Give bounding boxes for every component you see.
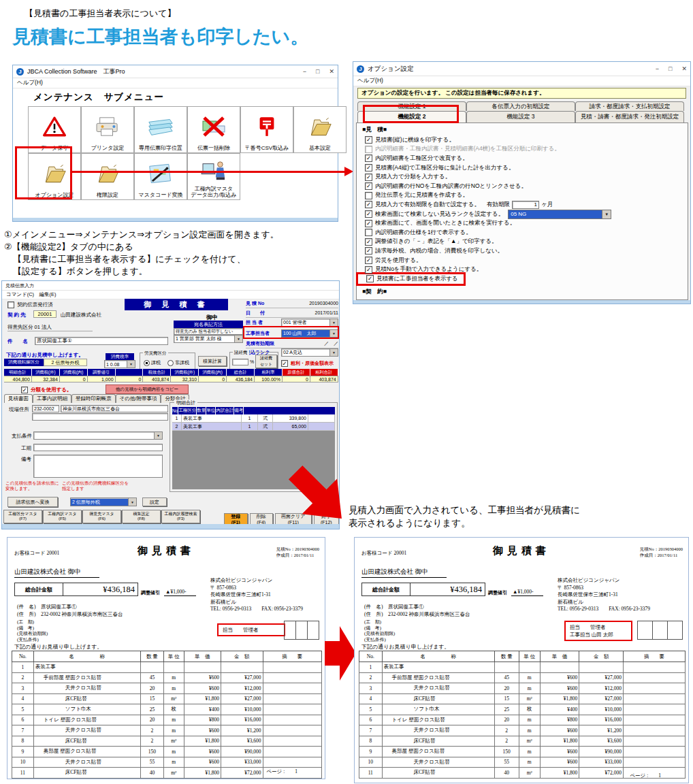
estimate-tab[interactable]: その他/附帯事項 bbox=[116, 394, 161, 403]
function-key-button[interactable]: 工種内訳履歴検索 (F3) bbox=[161, 510, 200, 523]
remarks-field[interactable] bbox=[33, 455, 163, 478]
person-dropdown[interactable]: 001 管理者 ▼ bbox=[281, 318, 338, 327]
maximize-icon[interactable]: □ bbox=[316, 68, 319, 75]
dropdown-arrow-icon[interactable]: ▼ bbox=[329, 349, 338, 356]
action-button[interactable]: 削除(F4) bbox=[250, 513, 274, 525]
options-tab[interactable]: 機能設定 1 bbox=[357, 101, 466, 111]
menu-item[interactable]: プリンタ設定 bbox=[81, 106, 134, 153]
dropdown-arrow-icon[interactable]: ▼ bbox=[127, 361, 135, 368]
detail-row[interactable]: 2 美装工事 1 式 65,000 bbox=[172, 423, 335, 431]
client-code-field[interactable]: 20001 bbox=[33, 310, 57, 318]
options-tab[interactable]: 請求・都度請求・支払初期設定 bbox=[575, 101, 684, 111]
function-key-button[interactable]: 積算設定 (F8) bbox=[122, 510, 161, 523]
minimize-icon[interactable]: − bbox=[656, 65, 659, 72]
checkbox-icon[interactable] bbox=[365, 146, 372, 153]
options-tab[interactable]: 機能設定 3 bbox=[466, 111, 575, 122]
checkbox-icon[interactable]: ✓ bbox=[21, 387, 28, 393]
radio-kazei[interactable]: 課税 bbox=[144, 359, 161, 366]
convert-to-billing-button[interactable]: 請求伝票へ変換 bbox=[7, 497, 58, 507]
period-field[interactable] bbox=[33, 444, 163, 451]
checkbox-icon[interactable]: ✓ bbox=[365, 182, 372, 190]
site-address-field2[interactable] bbox=[32, 413, 168, 421]
menu-item[interactable]: オプション設定 bbox=[28, 153, 81, 200]
row-unit: m bbox=[519, 683, 540, 694]
validity-months-input[interactable]: 1 bbox=[512, 201, 539, 209]
construction-person-dropdown[interactable]: 100 山田 太郎 ▼ bbox=[281, 329, 338, 338]
checkbox-icon[interactable]: ✓ bbox=[365, 164, 372, 172]
close-icon[interactable]: ✕ bbox=[681, 65, 687, 72]
estimate-header-cell: 名 称 bbox=[33, 651, 140, 662]
menu-item[interactable]: 基本設定 bbox=[293, 106, 346, 153]
dropdown-arrow-icon[interactable]: ▼ bbox=[329, 330, 338, 337]
detail-row[interactable]: 1 表装工事 1 式 339,800 bbox=[172, 414, 335, 423]
shokeihi-set-button[interactable]: 諸経費 セット bbox=[255, 355, 277, 368]
tax-shift-dropdown[interactable]: 2 伝票毎外税 ▼ bbox=[70, 497, 137, 506]
dropdown-arrow-icon[interactable]: ▼ bbox=[128, 498, 136, 506]
dropdown-arrow-icon[interactable]: ▼ bbox=[602, 210, 611, 218]
checkbox-icon[interactable]: ✓ bbox=[365, 220, 372, 227]
estimate-tab[interactable]: 見積書面 bbox=[4, 394, 33, 403]
checkbox-icon[interactable]: ✓ bbox=[365, 257, 372, 264]
checkbox-icon[interactable]: ✓ bbox=[365, 238, 372, 246]
dropdown-arrow-icon[interactable]: ▼ bbox=[234, 336, 242, 342]
function-key-button[interactable]: 工種区分マスタ (F7) bbox=[3, 510, 42, 523]
checkbox-icon[interactable]: ✓ bbox=[365, 266, 372, 274]
checkbox-icon[interactable]: ✓ bbox=[365, 136, 372, 144]
payment-terms-dropdown[interactable]: ▼ bbox=[33, 431, 163, 440]
issued-checkbox[interactable]: 契約伝票発行済 bbox=[7, 301, 53, 308]
site-address-field[interactable]: 神奈川県横浜市南区三春台 bbox=[61, 405, 168, 412]
dropdown-arrow-icon[interactable]: ▼ bbox=[154, 432, 162, 439]
tax-rate-dropdown[interactable]: 1 0.08 ▼ bbox=[104, 360, 135, 368]
estimate-tab[interactable]: 登録時印刷帳票 bbox=[71, 394, 116, 403]
checkbox-icon[interactable] bbox=[365, 192, 372, 199]
checkbox-icon[interactable]: ✓ bbox=[365, 247, 372, 255]
function-key-button[interactable]: 工種内訳マスタ (F5) bbox=[43, 510, 82, 523]
checkbox-icon[interactable]: ✓ bbox=[365, 201, 372, 208]
tax-shift-value: 2 伝票毎外税 bbox=[44, 359, 87, 366]
menu-item[interactable]: 専用伝票印字位置 bbox=[134, 106, 187, 153]
estimate-row: 5 ソフト巾木 25 枚 ¥400 ¥10,000 bbox=[359, 704, 686, 715]
prospect-rank-dropdown[interactable]: 02 A見込 ▼ bbox=[281, 348, 338, 357]
menu-item[interactable]: 伝票一括削除 bbox=[187, 106, 240, 153]
menu-item[interactable]: マスタコード変換 bbox=[134, 153, 187, 200]
estimate-titlebar[interactable]: 見積伝票入力 bbox=[2, 281, 339, 291]
arari-checkbox[interactable]: ✓ 粗利・原価金額表示 bbox=[281, 360, 334, 367]
checkbox-icon[interactable]: ✓ bbox=[365, 210, 372, 218]
rank-dropdown[interactable]: 05 NG ▼ bbox=[508, 210, 611, 219]
estimate-tab[interactable]: 工事内訳明細 bbox=[33, 394, 71, 403]
maximize-icon[interactable]: □ bbox=[668, 65, 672, 72]
action-button[interactable]: 登録(F1) bbox=[224, 513, 248, 525]
remarks-label: 備考 bbox=[21, 456, 31, 463]
checkbox-icon[interactable]: ✓ bbox=[365, 154, 372, 162]
options-tab[interactable]: 各伝票入力の初期設定 bbox=[466, 101, 575, 111]
shokeihi-input[interactable] bbox=[232, 359, 248, 365]
dropdown-arrow-icon[interactable]: ▼ bbox=[329, 319, 338, 326]
main-menu-titlebar[interactable]: J JBCA Collection Software 工事Pro − □ ✕ bbox=[13, 65, 338, 78]
help-menu[interactable]: ヘルプ(H) bbox=[353, 76, 690, 86]
checkbox-icon[interactable] bbox=[7, 301, 14, 308]
checkbox-icon[interactable]: ✓ bbox=[281, 360, 288, 367]
bunrui-checkbox[interactable]: ✓ 分類を使用する。 bbox=[21, 387, 72, 393]
menu-item[interactable]: 〒番号CSV取込み bbox=[240, 106, 293, 153]
detail-category: 美装工事 bbox=[182, 423, 242, 431]
function-key-button[interactable]: 得意先マスタ (F6) bbox=[82, 510, 121, 523]
menu-item[interactable]: データ保守 bbox=[28, 106, 81, 153]
copy-from-estimate-button[interactable]: 他の見積から明細内容をコピー bbox=[106, 385, 189, 394]
checkbox-icon[interactable] bbox=[365, 229, 372, 236]
checkbox-icon[interactable]: ✓ bbox=[365, 174, 372, 181]
options-tab[interactable]: 見積・請書・都度請求・発注初期設定 bbox=[575, 111, 684, 122]
subject-field[interactable]: 原状回復工事① bbox=[35, 337, 168, 345]
address-format-dropdown[interactable]: 1 営業部 営業 太郎 様 ▼ bbox=[174, 335, 243, 343]
radio-hikazei[interactable]: 非課税 bbox=[167, 359, 189, 366]
checkbox-icon[interactable]: ✓ bbox=[366, 275, 374, 282]
help-menu[interactable]: ヘルプ(H) bbox=[13, 78, 338, 88]
minimize-icon[interactable]: − bbox=[303, 68, 306, 75]
menu-item[interactable]: 権限設定 bbox=[81, 153, 134, 200]
set-button[interactable]: 設定 bbox=[142, 497, 167, 506]
menu-item[interactable]: 工種内訳マスタ データ出力/取込み bbox=[187, 153, 240, 200]
sekisan-button[interactable]: 積算計算 bbox=[198, 356, 227, 366]
options-titlebar[interactable]: J オプション設定 − □ ✕ bbox=[353, 62, 690, 76]
site-zip-field[interactable]: 232-0002 bbox=[32, 405, 59, 412]
options-tab[interactable]: 機能設定 2 bbox=[357, 111, 466, 122]
close-icon[interactable]: ✕ bbox=[329, 68, 334, 75]
